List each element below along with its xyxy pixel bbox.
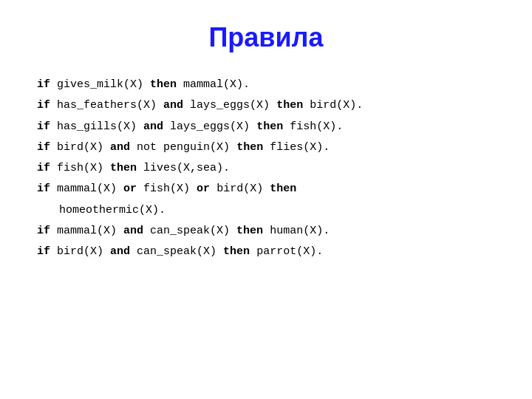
kw-if-4: if <box>37 141 50 154</box>
kw-if-3: if <box>37 120 50 133</box>
kw-if-6: if <box>37 183 50 195</box>
kw-and-2: and <box>163 99 183 112</box>
kw-then-1: then <box>150 78 177 91</box>
kw-if-1: if <box>37 78 50 91</box>
rule-6a: if mammal(X) or fish(X) or bird(X) then <box>37 180 495 199</box>
rule-2-cond1: has_feathers(X) <box>57 99 163 112</box>
rule-4-not: not <box>137 141 163 154</box>
rule-7-cond2: can_speak(X) <box>150 225 236 237</box>
kw-then-3: then <box>256 120 283 133</box>
kw-then-8: then <box>223 245 250 258</box>
page-title: Правила <box>37 22 495 53</box>
kw-then-5: then <box>110 162 137 174</box>
kw-and-4: and <box>110 141 130 154</box>
kw-and-7: and <box>123 225 143 237</box>
rule-8: if bird(X) and can_speak(X) then parrot(… <box>37 242 495 262</box>
kw-and-3: and <box>143 120 163 133</box>
rule-1-conclusion: mammal(X). <box>183 78 250 91</box>
kw-if-5: if <box>37 162 50 174</box>
rule-3-conclusion: fish(X). <box>290 120 343 133</box>
rule-8-cond1: bird(X) <box>57 245 110 258</box>
rule-4: if bird(X) and not penguin(X) then flies… <box>37 138 495 157</box>
rule-5: if fish(X) then lives(X,sea). <box>37 159 495 178</box>
rule-1: if gives_milk(X) then mammal(X). <box>37 75 495 95</box>
kw-then-6: then <box>270 183 296 195</box>
rule-3: if has_gills(X) and lays_eggs(X) then fi… <box>37 117 495 137</box>
rule-7: if mammal(X) and can_speak(X) then human… <box>37 222 495 241</box>
rule-2: if has_feathers(X) and lays_eggs(X) then… <box>37 96 495 115</box>
kw-then-4: then <box>236 141 263 154</box>
kw-if-8: if <box>37 245 50 258</box>
rule-2-cond2: lays_eggs(X) <box>190 99 276 112</box>
rule-1-body: gives_milk(X) <box>57 78 150 91</box>
rule-6b: homeothermic(X). <box>37 201 495 220</box>
kw-or-6a: or <box>123 183 137 195</box>
kw-then-2: then <box>276 99 303 112</box>
rule-7-cond1: mammal(X) <box>57 225 123 237</box>
kw-or-6b: or <box>197 183 210 195</box>
rule-8-conclusion: parrot(X). <box>256 245 323 258</box>
kw-and-8: and <box>110 245 130 258</box>
rule-7-conclusion: human(X). <box>270 225 330 237</box>
rule-5-conclusion: lives(X,sea). <box>143 162 230 174</box>
page: Правила if gives_milk(X) then mammal(X).… <box>0 0 532 399</box>
rule-3-cond2: lays_eggs(X) <box>170 120 256 133</box>
rule-6-cond2: fish(X) <box>143 183 197 195</box>
kw-if-7: if <box>37 225 50 237</box>
rule-6-cond3: bird(X) <box>216 183 270 195</box>
rules-block: if gives_milk(X) then mammal(X). if has_… <box>37 75 495 262</box>
rule-2-conclusion: bird(X). <box>310 99 363 112</box>
rule-6-conclusion: homeothermic(X). <box>59 204 166 216</box>
rule-5-cond: fish(X) <box>57 162 110 174</box>
rule-6-cond1: mammal(X) <box>57 183 123 195</box>
rule-4-cond1: bird(X) <box>57 141 110 154</box>
kw-then-7: then <box>236 225 263 237</box>
rule-8-cond2: can_speak(X) <box>137 245 223 258</box>
rule-3-cond1: has_gills(X) <box>57 120 143 133</box>
rule-4-cond2: penguin(X) <box>163 141 236 154</box>
rule-4-conclusion: flies(X). <box>270 141 330 154</box>
kw-if-2: if <box>37 99 50 112</box>
